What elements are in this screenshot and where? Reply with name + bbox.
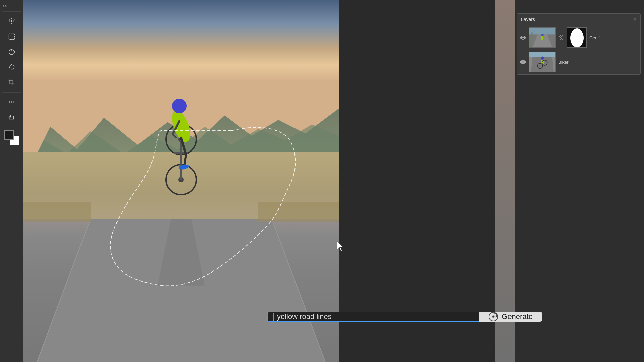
- svg-rect-47: [529, 52, 555, 57]
- svg-point-41: [541, 34, 544, 36]
- lasso-icon: [8, 48, 15, 56]
- svg-point-7: [11, 64, 12, 65]
- svg-point-48: [541, 56, 544, 60]
- layers-panel: Layers ≡ ⛓: [517, 13, 641, 75]
- layers-menu-icon[interactable]: ≡: [633, 16, 636, 22]
- prompt-cursor: [273, 313, 274, 321]
- svg-point-30: [172, 99, 187, 113]
- layer-visibility-biker[interactable]: [520, 59, 526, 65]
- more-tools-button[interactable]: [4, 95, 19, 109]
- toolbar-divider-2: [2, 92, 21, 93]
- svg-rect-4: [11, 20, 12, 22]
- prompt-input-wrapper[interactable]: [267, 312, 479, 322]
- marquee-tool-button[interactable]: [4, 29, 19, 44]
- crop-tool-button[interactable]: [4, 75, 19, 90]
- crop-icon: [8, 79, 15, 86]
- biker-figure: [148, 72, 215, 206]
- polygonal-lasso-icon: [8, 64, 15, 71]
- svg-point-11: [13, 101, 14, 103]
- canvas-area: [23, 0, 339, 362]
- layer-chain-icon: ⛓: [558, 35, 564, 41]
- transform-tool-button[interactable]: [4, 110, 19, 125]
- layer-mask-gen1: [567, 27, 587, 48]
- layer-thumb-gen1: [529, 27, 556, 48]
- toolbar-divider-3: [2, 127, 21, 127]
- canvas-background: [23, 0, 339, 362]
- layer-item-biker[interactable]: Biker: [517, 50, 640, 74]
- prompt-input[interactable]: [277, 312, 474, 321]
- svg-rect-42: [541, 36, 543, 40]
- move-icon: [8, 17, 15, 25]
- polygonal-lasso-button[interactable]: [4, 60, 19, 75]
- transform-icon: [8, 114, 15, 121]
- svg-point-10: [11, 101, 12, 103]
- layer-name-biker: Biker: [558, 60, 638, 65]
- svg-point-44: [570, 28, 584, 47]
- marquee-icon: [8, 33, 15, 40]
- generate-sparkle-icon: [488, 312, 498, 322]
- layers-title: Layers: [521, 17, 535, 22]
- svg-point-8: [13, 66, 14, 67]
- foreground-color-swatch[interactable]: [4, 130, 14, 140]
- layer-name-gen1: Gen 1: [589, 35, 638, 40]
- svg-line-32: [173, 134, 176, 138]
- generate-label: Generate: [502, 312, 533, 321]
- color-swatches[interactable]: [4, 130, 19, 145]
- layers-header: Layers ≡: [517, 14, 640, 25]
- extended-right-canvas: [495, 0, 515, 362]
- toolbar: >>: [0, 0, 23, 362]
- layer-visibility-gen1[interactable]: [520, 34, 526, 41]
- prompt-bar: Generate: [267, 312, 542, 322]
- move-tool-button[interactable]: [4, 14, 19, 28]
- lasso-tool-button[interactable]: [4, 45, 19, 59]
- layer-item-gen1[interactable]: ⛓ Gen 1: [517, 25, 640, 50]
- more-icon: [8, 98, 15, 106]
- svg-rect-39: [529, 28, 555, 35]
- toolbar-collapse-button[interactable]: >>: [0, 3, 23, 9]
- svg-point-9: [9, 101, 10, 103]
- toolbar-divider: [2, 11, 21, 12]
- right-panel: Layers ≡ ⛓: [515, 0, 644, 362]
- svg-rect-5: [9, 34, 14, 40]
- generate-button[interactable]: Generate: [479, 312, 542, 322]
- collapse-label: >>: [3, 4, 7, 8]
- svg-rect-20: [23, 202, 91, 222]
- layer-thumb-biker: [529, 52, 556, 72]
- svg-rect-21: [258, 202, 339, 222]
- svg-marker-6: [9, 65, 14, 69]
